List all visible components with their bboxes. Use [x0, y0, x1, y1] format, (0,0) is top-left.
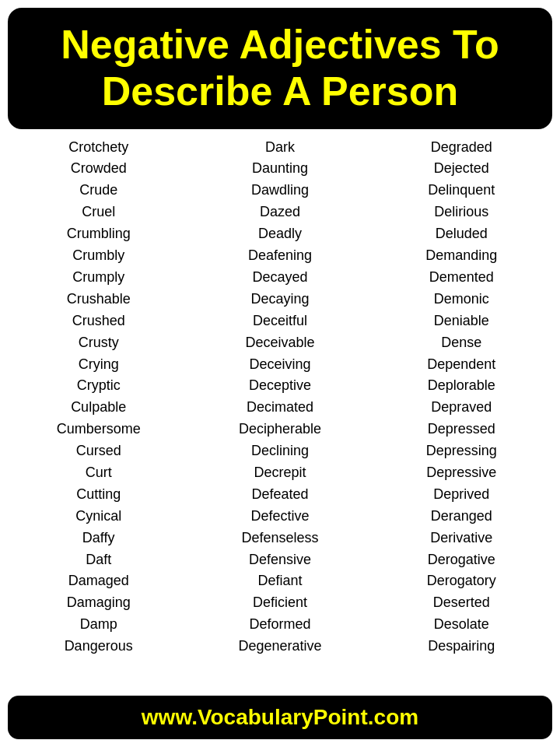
list-item: Dense	[441, 332, 481, 354]
column-2: DarkDauntingDawdlingDazedDeadlyDeafening…	[189, 137, 370, 688]
list-item: Derogatory	[427, 570, 496, 592]
list-item: Dependent	[427, 354, 495, 376]
list-item: Crushed	[72, 310, 125, 332]
list-item: Deafening	[248, 245, 312, 267]
list-item: Deceiving	[249, 354, 310, 376]
list-item: Degraded	[431, 137, 492, 159]
list-item: Daft	[86, 549, 111, 571]
page-header: Negative Adjectives To Describe A Person	[8, 8, 552, 129]
list-item: Deplorable	[428, 375, 495, 397]
list-item: Desolate	[434, 614, 489, 636]
list-item: Dejected	[434, 158, 489, 180]
list-item: Demented	[429, 267, 494, 289]
list-item: Demonic	[434, 289, 489, 310]
list-item: Decayed	[252, 267, 307, 289]
list-item: Deceivable	[245, 332, 314, 354]
list-item: Declining	[251, 440, 309, 462]
list-item: Cruel	[82, 202, 115, 223]
list-item: Daffy	[82, 528, 115, 549]
page-title: Negative Adjectives To Describe A Person	[23, 22, 537, 115]
column-3: DegradedDejectedDelinquentDeliriousDelud…	[371, 137, 552, 688]
list-item: Culpable	[71, 397, 126, 419]
list-item: Defective	[250, 506, 309, 528]
list-item: Crude	[79, 180, 117, 202]
list-item: Depressed	[428, 419, 495, 440]
list-item: Deniable	[434, 310, 489, 332]
list-item: Degenerative	[238, 636, 321, 658]
list-item: Derivative	[430, 528, 492, 549]
list-item: Dawdling	[251, 180, 309, 202]
list-item: Delinquent	[428, 180, 495, 202]
list-item: Deserted	[433, 592, 490, 614]
list-item: Crotchety	[68, 137, 128, 159]
list-item: Crushable	[67, 289, 131, 310]
list-item: Deluded	[436, 223, 488, 245]
list-item: Deceitful	[253, 310, 307, 332]
list-item: Crying	[79, 354, 119, 376]
list-item: Damaged	[68, 570, 129, 592]
list-item: Depressive	[426, 462, 496, 484]
list-item: Cursed	[76, 440, 121, 462]
footer: www.VocabularyPoint.com	[8, 696, 552, 739]
list-item: Dangerous	[65, 636, 133, 658]
list-item: Deficient	[253, 592, 307, 614]
list-item: Decimated	[247, 397, 313, 419]
column-1: CrotchetyCrowdedCrudeCruelCrumblingCrumb…	[8, 137, 189, 688]
list-item: Decipherable	[239, 419, 321, 440]
list-item: Daunting	[252, 158, 308, 180]
list-item: Crusty	[79, 332, 119, 354]
list-item: Deformed	[249, 614, 310, 636]
list-item: Damp	[80, 614, 117, 636]
list-item: Depressing	[426, 440, 497, 462]
list-item: Crumbling	[67, 223, 131, 245]
list-item: Cutting	[76, 484, 121, 506]
list-item: Derogative	[428, 549, 495, 571]
list-item: Defeated	[251, 484, 308, 506]
list-item: Crumply	[72, 267, 124, 289]
word-list: CrotchetyCrowdedCrudeCruelCrumblingCrumb…	[0, 129, 560, 688]
list-item: Deranged	[431, 506, 492, 528]
website-link[interactable]: www.VocabularyPoint.com	[142, 705, 418, 729]
list-item: Deadly	[258, 223, 302, 245]
list-item: Crowded	[71, 158, 127, 180]
list-item: Defensive	[249, 549, 311, 571]
list-item: Cynical	[75, 506, 121, 528]
list-item: Deprived	[433, 484, 489, 506]
list-item: Defenseless	[241, 528, 318, 549]
list-item: Depraved	[431, 397, 492, 419]
list-item: Curt	[86, 462, 112, 484]
list-item: Decrepit	[254, 462, 306, 484]
list-item: Dark	[265, 137, 295, 159]
list-item: Deceptive	[249, 375, 311, 397]
list-item: Demanding	[425, 245, 497, 267]
list-item: Despairing	[428, 636, 495, 658]
list-item: Dazed	[260, 202, 300, 223]
list-item: Defiant	[257, 570, 302, 592]
list-item: Damaging	[67, 592, 131, 614]
list-item: Cryptic	[77, 375, 121, 397]
list-item: Cumbersome	[57, 419, 141, 440]
list-item: Decaying	[250, 289, 309, 310]
list-item: Crumbly	[72, 245, 124, 267]
list-item: Delirious	[434, 202, 488, 223]
